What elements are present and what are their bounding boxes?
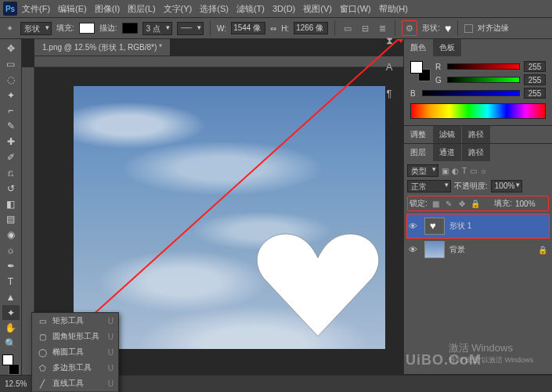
gradient-tool[interactable]: ▤ — [2, 211, 20, 227]
crop-tool[interactable]: ⌐ — [2, 102, 20, 118]
gear-icon[interactable]: ⚙ — [402, 20, 417, 36]
app-icon: Ps — [3, 2, 17, 16]
layers-panel: 图层 通道 路径 类型 ▣◐T▭☼ 正常 不透明度: 100% 锁定: ▦ ✎ — [404, 144, 552, 375]
hand-tool[interactable]: ✋ — [2, 320, 20, 336]
menu-bar: Ps 文件(F) 编辑(E) 图像(I) 图层(L) 文字(Y) 选择(S) 滤… — [0, 0, 552, 17]
height-input[interactable] — [294, 22, 328, 34]
menu-type[interactable]: 文字(Y) — [164, 3, 193, 15]
tab-adjust[interactable]: 调整 — [404, 126, 432, 143]
toolbox: ✥ ▭ ◌ ✦ ⌐ ✎ ✚ ✐ ⎌ ↺ ◧ ▤ ◉ ☼ ✒ T ▲ ✦ ✋ 🔍 — [0, 39, 22, 375]
stamp-tool[interactable]: ⎌ — [2, 165, 20, 181]
width-input[interactable] — [231, 22, 265, 34]
tab-paths[interactable]: 路径 — [462, 126, 490, 143]
tab-swatches[interactable]: 色板 — [433, 39, 461, 56]
panel-fgbg[interactable] — [410, 61, 431, 81]
shape-picker-heart-icon[interactable]: ♥ — [445, 22, 451, 34]
heart-shape[interactable] — [252, 227, 384, 343]
history-brush-tool[interactable]: ↺ — [2, 181, 20, 196]
eye-icon[interactable]: 👁 — [409, 245, 420, 254]
layer-kind-dropdown[interactable]: 类型 — [407, 164, 438, 177]
zoom-value[interactable]: 12.5% — [5, 379, 27, 388]
document-tab[interactable]: 1.png @ 12.5% (形状 1, RGB/8*) * — [34, 39, 170, 56]
blur-tool[interactable]: ◉ — [2, 227, 20, 243]
tab-paths2[interactable]: 路径 — [462, 144, 490, 161]
eye-icon[interactable]: 👁 — [409, 221, 420, 231]
canvas-image[interactable] — [74, 86, 385, 349]
lasso-tool[interactable]: ◌ — [2, 72, 20, 88]
eraser-tool[interactable]: ◧ — [2, 196, 20, 212]
opacity-label: 不透明度: — [454, 181, 488, 192]
menu-select[interactable]: 选择(S) — [200, 3, 229, 15]
path-select-tool[interactable]: ▲ — [2, 290, 20, 305]
tab-color[interactable]: 颜色 — [404, 39, 432, 56]
type-tool[interactable]: T — [2, 274, 20, 290]
char-panel-icon[interactable]: A — [381, 61, 397, 77]
tab-libs[interactable]: 滤镜 — [433, 126, 461, 143]
tab-layers[interactable]: 图层 — [404, 144, 432, 161]
zoom-tool[interactable]: 🔍 — [2, 336, 20, 351]
menu-file[interactable]: 文件(F) — [22, 3, 50, 15]
pen-tool[interactable]: ✒ — [2, 258, 20, 274]
menu-layer[interactable]: 图层(L) — [128, 3, 155, 15]
color-picker[interactable] — [2, 354, 20, 375]
activate-windows: 激活 Windows 转到"设置"以激活 Windows — [449, 341, 533, 365]
b-label: B — [410, 89, 418, 98]
para-panel-icon[interactable]: ¶ — [381, 88, 397, 103]
lock-all-icon[interactable]: 🔒 — [471, 199, 481, 209]
menu-view[interactable]: 视图(V) — [303, 3, 332, 15]
custom-shape-tool-icon: ✦ — [3, 22, 16, 34]
lock-icon: 🔒 — [538, 246, 547, 254]
b-slider[interactable] — [422, 90, 520, 96]
fill-label: 填充: — [56, 23, 74, 34]
blend-mode-dropdown[interactable]: 正常 — [407, 180, 451, 192]
color-spectrum[interactable] — [410, 103, 546, 119]
stroke-swatch[interactable] — [122, 23, 138, 34]
fill-dropdown[interactable]: 100% — [515, 200, 547, 208]
flyout-rrect[interactable]: ▢圆角矩形工具U — [32, 329, 118, 344]
opacity-dropdown[interactable]: 100% — [491, 180, 522, 192]
align-icon[interactable]: ⊟ — [359, 22, 371, 34]
stroke-width-dropdown[interactable]: 3 点 — [143, 22, 172, 35]
arrange-icon[interactable]: ≣ — [376, 22, 388, 34]
menu-3d[interactable]: 3D(D) — [272, 4, 295, 13]
dodge-tool[interactable]: ☼ — [2, 243, 20, 258]
fill-swatch[interactable] — [79, 23, 95, 34]
flyout-line[interactable]: ╱直线工具U — [32, 376, 118, 391]
menu-window[interactable]: 窗口(W) — [340, 3, 371, 15]
layer-thumb[interactable] — [424, 241, 445, 258]
path-ops-icon[interactable]: ▭ — [341, 22, 354, 34]
brush-tool[interactable]: ✐ — [2, 149, 20, 165]
lock-trans-icon[interactable]: ▦ — [431, 199, 441, 209]
menu-help[interactable]: 帮助(H) — [379, 3, 408, 15]
link-wh-icon[interactable]: ⇔ — [270, 24, 276, 33]
layer-thumb[interactable] — [424, 218, 445, 235]
history-panel-icon[interactable]: ⧗ — [381, 34, 397, 50]
wand-tool[interactable]: ✦ — [2, 88, 20, 103]
shape-picker-label: 形状: — [422, 23, 440, 34]
marquee-tool[interactable]: ▭ — [2, 56, 20, 72]
lock-pos-icon[interactable]: ✥ — [457, 199, 467, 209]
b-value[interactable]: 255 — [524, 88, 546, 99]
heal-tool[interactable]: ✚ — [2, 134, 20, 149]
flyout-poly[interactable]: ⬠多边形工具U — [32, 360, 118, 376]
menu-edit[interactable]: 编辑(E) — [58, 3, 87, 15]
g-value[interactable]: 255 — [524, 74, 546, 85]
flyout-ellipse[interactable]: ◯椭圆工具U — [32, 344, 118, 360]
options-bar: ✦ 形状 填充: 描边: 3 点 ── W: ⇔ H: ▭ ⊟ ≣ ⚙ 形状: … — [0, 17, 552, 39]
align-edges-checkbox[interactable] — [464, 24, 473, 33]
mode-dropdown[interactable]: 形状 — [20, 22, 52, 35]
menu-image[interactable]: 图像(I) — [95, 3, 120, 15]
layer-background[interactable]: 👁 背景 🔒 — [407, 238, 549, 261]
r-slider[interactable] — [447, 63, 520, 70]
r-value[interactable]: 255 — [524, 61, 546, 72]
menu-filter[interactable]: 滤镜(T) — [236, 3, 265, 15]
lock-paint-icon[interactable]: ✎ — [444, 199, 454, 209]
tab-channels[interactable]: 通道 — [433, 144, 461, 161]
stroke-type-dropdown[interactable]: ── — [177, 22, 204, 35]
g-slider[interactable] — [447, 77, 520, 83]
flyout-rect[interactable]: ▭矩形工具U — [32, 313, 118, 329]
move-tool[interactable]: ✥ — [2, 41, 20, 56]
layer-shape1[interactable]: 👁 形状 1 — [407, 214, 549, 238]
eyedropper-tool[interactable]: ✎ — [2, 118, 20, 134]
shape-tool[interactable]: ✦ — [2, 305, 20, 321]
